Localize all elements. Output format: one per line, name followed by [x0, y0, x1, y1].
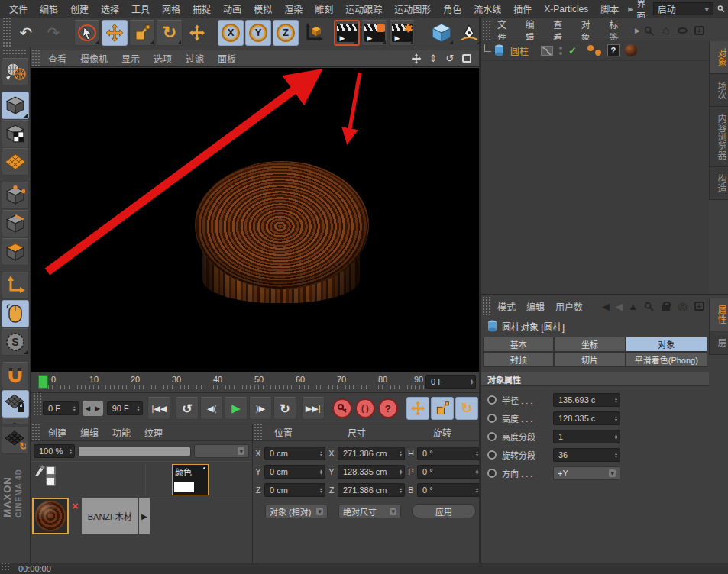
rotation-b-field[interactable]: 0 °▴ ▾ — [417, 483, 481, 497]
enable-axis-button[interactable] — [2, 272, 29, 299]
material-menu-texture[interactable]: 纹理 — [138, 426, 170, 439]
attr-menu-mode[interactable]: 模式 — [492, 300, 521, 313]
layer-checkbox-2[interactable] — [46, 476, 56, 486]
key-scale-toggle[interactable] — [431, 397, 454, 420]
attr-target-icon[interactable]: ◎ — [677, 301, 688, 312]
make-editable-button[interactable] — [2, 58, 29, 85]
menu-character[interactable]: 角色 — [437, 2, 468, 15]
scale-tool-button[interactable] — [129, 20, 155, 46]
tab-object[interactable]: 对象 — [626, 337, 707, 352]
tab-attributes[interactable]: 属性 — [709, 298, 728, 331]
keyframe-circle-icon[interactable] — [487, 432, 497, 441]
attr-forward-icon[interactable]: ◀ — [615, 301, 623, 312]
interface-layout-select[interactable]: 启动 — [653, 2, 714, 15]
viewport-zoom-icon[interactable]: ⇕ — [427, 53, 439, 65]
menu-motion-tracker[interactable]: 运动跟踪 — [339, 2, 388, 15]
menu-plugins[interactable]: 插件 — [507, 2, 538, 15]
add-spline-button[interactable] — [456, 20, 482, 46]
play-button[interactable]: ▶ — [225, 397, 248, 420]
tab-layers[interactable]: 层 — [709, 331, 728, 355]
material-grip[interactable] — [31, 424, 41, 440]
step-forward-icon[interactable]: ▶ — [95, 405, 100, 412]
material-filter-dropdown[interactable] — [194, 444, 249, 458]
rotation-p-field[interactable]: 0 °▴ ▾ — [417, 465, 481, 479]
rotation-segments-field[interactable]: 36▴ ▾ — [553, 448, 620, 462]
menu-edit[interactable]: 编辑 — [34, 2, 64, 15]
om-menu-more-icon[interactable]: ▶ — [632, 27, 643, 34]
attr-add-icon[interactable]: + — [694, 301, 705, 312]
material-name[interactable]: BANZI-木材 — [82, 498, 138, 534]
menu-render[interactable]: 渲染 — [278, 2, 309, 15]
step-back-icon[interactable]: ◀ — [85, 405, 90, 412]
visibility-dots[interactable] — [559, 47, 562, 55]
transport-grip[interactable] — [32, 393, 43, 416]
range-start-field[interactable]: 0 F▴ ▾ — [43, 401, 79, 415]
tab-coord[interactable]: 坐标 — [554, 337, 625, 352]
render-view-button[interactable] — [334, 20, 360, 46]
radius-field[interactable]: 135.693 c▴ ▾ — [553, 393, 620, 407]
go-to-end-button[interactable]: ▶▶| — [302, 397, 325, 420]
viewport-menu-panel[interactable]: 面板 — [211, 52, 243, 65]
menu-file[interactable]: 文件 — [3, 2, 34, 15]
menu-simulate[interactable]: 模拟 — [248, 2, 278, 15]
keyframe-circle-icon[interactable] — [487, 414, 497, 423]
undo-button[interactable]: ↶ — [13, 20, 39, 46]
layer-color-box[interactable] — [541, 46, 553, 56]
menu-sculpt[interactable]: 雕刻 — [309, 2, 339, 15]
layer-checkbox-1[interactable] — [46, 466, 56, 476]
tab-basic[interactable]: 基本 — [483, 337, 554, 352]
attr-search-icon[interactable] — [643, 301, 655, 312]
attr-menu-userdata[interactable]: 用户数 — [550, 300, 588, 313]
menu-mesh[interactable]: 网格 — [156, 2, 186, 15]
height-field[interactable]: 128.335 c▴ ▾ — [553, 411, 620, 425]
autokey-button[interactable]: ( ) — [355, 398, 375, 418]
polygons-mode-button[interactable] — [2, 238, 29, 266]
size-y-field[interactable]: 128.335 cm▴ ▾ — [338, 465, 405, 479]
snap-settings-button[interactable]: S — [2, 328, 29, 356]
om-path-icon[interactable] — [677, 25, 688, 37]
keyframe-selection-button[interactable]: ? — [378, 398, 398, 418]
tab-takes[interactable]: 场次 — [709, 74, 728, 107]
apply-button[interactable]: 应用 — [412, 504, 476, 518]
coordinates-grip[interactable] — [253, 424, 264, 440]
material-zoom-slider[interactable] — [78, 447, 191, 456]
material-zoom-field[interactable]: 100 %▴ ▾ — [34, 444, 75, 458]
next-key-button[interactable]: )▶ — [249, 397, 272, 420]
om-add-icon[interactable]: + — [694, 25, 705, 37]
object-tree[interactable]: 圆柱 ✓ ? — [481, 40, 709, 294]
tab-slice[interactable]: 切片 — [554, 352, 625, 367]
material-preview[interactable] — [32, 498, 69, 534]
question-tag-icon[interactable]: ? — [607, 44, 620, 56]
keyframe-circle-icon[interactable] — [487, 450, 497, 460]
play-backwards-loop-button[interactable]: ↺ — [176, 397, 199, 420]
menu-animate[interactable]: 动画 — [217, 2, 248, 15]
material-menu-edit[interactable]: 编辑 — [73, 426, 105, 439]
lock-y-axis-button[interactable]: Y — [245, 20, 271, 46]
workplane-mode-button[interactable] — [2, 148, 29, 176]
current-frame-field[interactable]: 0 F▴ ▾ — [425, 375, 476, 389]
menu-select[interactable]: 选择 — [95, 2, 125, 15]
toolbar-grip[interactable] — [2, 18, 12, 47]
orientation-dropdown[interactable]: +Y — [553, 466, 620, 480]
timeline-ruler[interactable]: 0 10 20 30 40 50 60 70 80 90 0 F▴ ▾ — [31, 372, 479, 393]
lock-x-axis-button[interactable]: X — [218, 20, 244, 46]
height-segments-field[interactable]: 1▴ ▾ — [553, 430, 620, 443]
magnet-snap-button[interactable] — [2, 362, 29, 389]
viewport-menu-cameras[interactable]: 摄像机 — [73, 52, 115, 65]
key-position-toggle[interactable] — [406, 397, 429, 420]
menu-pipeline[interactable]: 流水线 — [468, 2, 507, 15]
viewport-grip[interactable] — [31, 50, 41, 66]
keyframe-circle-icon[interactable] — [487, 395, 497, 405]
delete-material-icon[interactable]: × — [72, 496, 79, 512]
viewport-canvas[interactable] — [31, 68, 479, 372]
menu-create[interactable]: 创建 — [64, 2, 95, 15]
move-tool-button[interactable] — [102, 20, 128, 46]
menu-snap[interactable]: 捕捉 — [186, 2, 217, 15]
edges-mode-button[interactable] — [2, 210, 29, 237]
object-manager-grip[interactable] — [481, 21, 492, 40]
menu-xparticles[interactable]: X-Particles — [538, 4, 594, 15]
record-keyframe-button[interactable] — [332, 398, 352, 418]
position-y-field[interactable]: 0 cm▴ ▾ — [264, 465, 325, 479]
points-mode-button[interactable] — [2, 182, 29, 209]
material-expand-icon[interactable]: ▶ — [139, 498, 150, 534]
